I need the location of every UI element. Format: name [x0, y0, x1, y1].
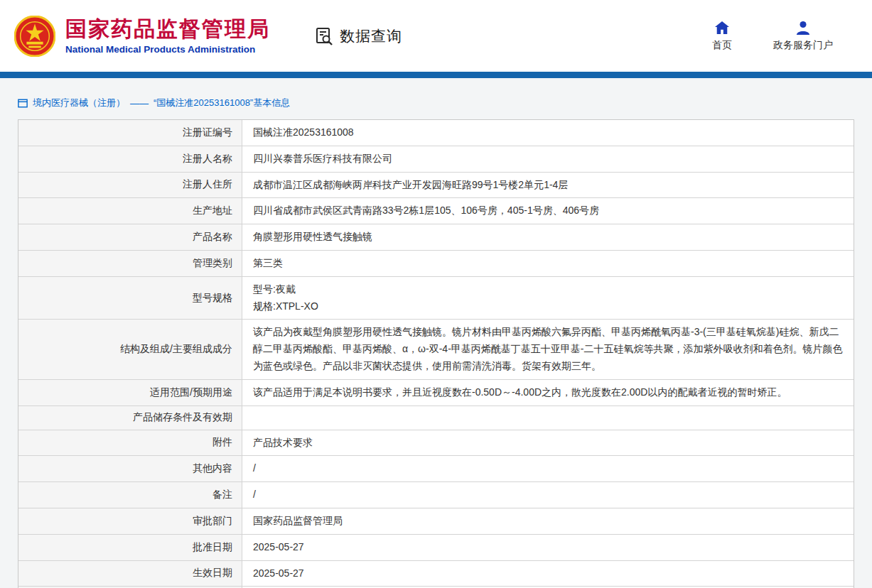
window-icon — [18, 99, 28, 108]
row-value: 四川兴泰普乐医疗科技有限公司 — [242, 146, 854, 172]
row-value: 该产品适用于满足本说明书要求，并且近视度数在-0.50D～-4.00D之内，散光… — [242, 380, 854, 405]
row-label: 适用范围/预期用途 — [18, 380, 242, 405]
data-query-link[interactable]: 数据查询 — [314, 26, 402, 46]
row-value: / — [242, 482, 854, 508]
table-row: 生产地址四川省成都市武侯区武青南路33号2栋1层105、106号房，405-1号… — [18, 198, 854, 224]
table-row: 审批部门国家药品监督管理局 — [18, 508, 854, 535]
row-label: 结构及组成/主要组成成分 — [18, 320, 242, 379]
header-divider-bar — [0, 72, 872, 78]
table-row: 注册人住所成都市温江区成都海峡两岸科技产业开发园海旺路99号1号楼2单元1-4层 — [18, 173, 854, 199]
document-search-icon — [314, 26, 334, 46]
row-label: 型号规格 — [18, 277, 242, 320]
main-content: 境内医疗器械（注册） —— “国械注准20253161008”基本信息 注册证编… — [0, 78, 872, 588]
national-emblem-logo — [14, 16, 55, 57]
row-value: 四川省成都市武侯区武青南路33号2栋1层105、106号房，405-1号房、40… — [242, 198, 854, 224]
breadcrumb: 境内医疗器械（注册） —— “国械注准20253161008”基本信息 — [0, 78, 872, 119]
breadcrumb-root[interactable]: 境内医疗器械（注册） — [33, 97, 125, 109]
row-label: 注册人住所 — [18, 173, 242, 198]
nav-home-label: 首页 — [712, 39, 732, 52]
row-label: 管理类别 — [18, 251, 242, 276]
row-value: 角膜塑形用硬性透气接触镜 — [242, 224, 854, 250]
nav-service-portal-label: 政务服务门户 — [773, 39, 833, 52]
row-label: 生效日期 — [18, 561, 242, 587]
data-query-label: 数据查询 — [340, 26, 402, 46]
org-subtitle: National Medical Products Administration — [65, 44, 270, 55]
table-row: 注册证编号国械注准20253161008 — [18, 120, 854, 146]
row-label: 其他内容 — [18, 456, 242, 481]
row-label: 产品名称 — [18, 224, 242, 250]
row-value: 成都市温江区成都海峡两岸科技产业开发园海旺路99号1号楼2单元1-4层 — [242, 173, 854, 198]
row-value: 该产品为夜戴型角膜塑形用硬性透气接触镜。镜片材料由甲基丙烯酸六氟异丙酯、甲基丙烯… — [242, 320, 854, 379]
row-value: 国家药品监督管理局 — [242, 508, 854, 534]
row-label: 产品储存条件及有效期 — [18, 406, 242, 430]
breadcrumb-current: “国械注准20253161008”基本信息 — [154, 97, 290, 109]
table-row: 其他内容/ — [18, 456, 854, 482]
row-value: 型号:夜戴 规格:XTPL-XO — [242, 277, 854, 320]
row-value — [242, 406, 854, 430]
table-row: 备注/ — [18, 482, 854, 508]
table-row: 注册人名称四川兴泰普乐医疗科技有限公司 — [18, 146, 854, 173]
org-title-block: 国家药品监督管理局 National Medical Products Admi… — [65, 17, 270, 55]
row-label: 附件 — [18, 430, 242, 456]
top-nav: 首页 政务服务门户 — [712, 21, 833, 52]
table-row: 管理类别第三类 — [18, 251, 854, 277]
table-row: 型号规格型号:夜戴 规格:XTPL-XO — [18, 277, 854, 320]
row-label: 注册证编号 — [18, 120, 242, 146]
table-row: 批准日期2025-05-27 — [18, 535, 854, 561]
row-label: 批准日期 — [18, 535, 242, 560]
table-row: 适用范围/预期用途该产品适用于满足本说明书要求，并且近视度数在-0.50D～-4… — [18, 380, 854, 406]
row-label: 备注 — [18, 482, 242, 508]
row-label: 生产地址 — [18, 198, 242, 224]
table-row: 结构及组成/主要组成成分该产品为夜戴型角膜塑形用硬性透气接触镜。镜片材料由甲基丙… — [18, 320, 854, 379]
nav-home[interactable]: 首页 — [712, 21, 732, 52]
table-row: 产品名称角膜塑形用硬性透气接触镜 — [18, 224, 854, 251]
table-row: 产品储存条件及有效期 — [18, 406, 854, 430]
row-value: 第三类 — [242, 251, 854, 276]
row-value: / — [242, 456, 854, 481]
row-value: 2025-05-27 — [242, 561, 854, 587]
row-value: 国械注准20253161008 — [242, 120, 854, 146]
brand: 国家药品监督管理局 National Medical Products Admi… — [14, 16, 270, 57]
home-icon — [714, 21, 730, 35]
row-label: 注册人名称 — [18, 146, 242, 172]
user-icon — [795, 21, 811, 35]
table-row: 附件产品技术要求 — [18, 430, 854, 457]
breadcrumb-separator: —— — [130, 98, 149, 109]
nav-service-portal[interactable]: 政务服务门户 — [773, 21, 833, 52]
row-value: 产品技术要求 — [242, 430, 854, 456]
info-table: 注册证编号国械注准20253161008注册人名称四川兴泰普乐医疗科技有限公司注… — [18, 119, 854, 588]
row-value: 2025-05-27 — [242, 535, 854, 560]
org-title: 国家药品监督管理局 — [65, 17, 270, 42]
page-header: 国家药品监督管理局 National Medical Products Admi… — [0, 0, 872, 72]
table-row: 生效日期2025-05-27 — [18, 561, 854, 587]
row-label: 审批部门 — [18, 508, 242, 534]
